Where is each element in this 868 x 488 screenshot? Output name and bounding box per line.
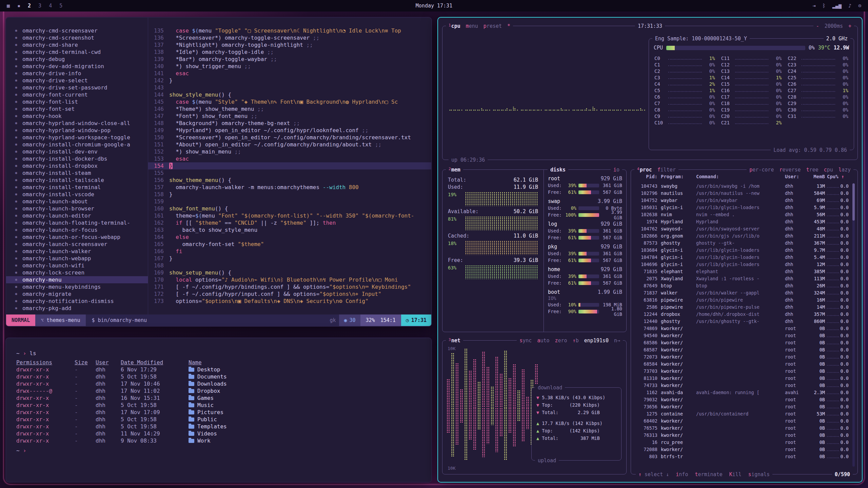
proc-control-reverse[interactable]: reverse xyxy=(779,167,801,173)
scrollbar-thumb[interactable] xyxy=(852,183,855,221)
tree-item[interactable]: ✱omarchy-menu xyxy=(6,276,148,283)
tree-item[interactable]: ✱omarchy-lock-screen xyxy=(6,269,148,276)
col-user[interactable]: User: xyxy=(785,174,804,179)
col-command[interactable]: Command: xyxy=(696,174,785,179)
process-row[interactable]: 87573ghosttyghostty --gtk-dhh367M0.0 xyxy=(636,240,849,247)
tree-item[interactable]: ✱omarchy-font-list xyxy=(6,98,148,105)
process-row[interactable]: 12244dropbox/home/dhh/.dropbox-distdhh35… xyxy=(636,311,849,318)
directory-entry[interactable]: Games xyxy=(189,394,349,402)
tree-item[interactable]: ✱omarchy-hyprland-window-close-all xyxy=(6,120,148,127)
process-row[interactable]: 73656kworker/root0B0.0 xyxy=(636,403,849,410)
net-control-sync[interactable]: sync xyxy=(519,338,532,344)
tree-item[interactable]: ✱omarchy-install-docker-dbs xyxy=(6,155,148,162)
tree-item[interactable]: ✱omarchy-launch-webapp xyxy=(6,255,148,262)
code-editor[interactable]: 135 case $(menu "Toggle" "▢ Screensaver\… xyxy=(148,18,431,314)
workspace-4[interactable]: 4 xyxy=(49,3,52,9)
process-row[interactable]: 104696glycin-i/usr/lib/glycin-loadersdhh… xyxy=(636,261,849,268)
tree-item[interactable]: ✱omarchy-drive-info xyxy=(6,70,148,77)
directory-entry[interactable]: Desktop xyxy=(189,366,349,373)
proc-control-lazy[interactable]: lazy xyxy=(839,167,851,173)
proc-action-terminate[interactable]: terminate xyxy=(695,471,722,477)
process-row[interactable]: 79032kworker/root0B0.0 xyxy=(636,396,849,403)
process-row[interactable]: 72088kworker/root0B0.0 xyxy=(636,446,849,453)
tree-item[interactable]: ✱omarchy-cmd-screenshot xyxy=(6,34,148,41)
process-row[interactable]: 2586pipewire/usr/bin/pipewire-pulsedhh14… xyxy=(636,304,849,311)
process-row[interactable]: 74733kworker/root0B0.0 xyxy=(636,382,849,389)
tree-item[interactable]: ✱omarchy-font-current xyxy=(6,91,148,98)
process-row[interactable]: 68584kworker/root0B0.0 xyxy=(636,361,849,368)
process-row[interactable]: 12440ghostty/usr/bin/ghostty --gtk-dhh86… xyxy=(636,318,849,325)
col-cpu[interactable]: Cpu% ↑ xyxy=(825,174,849,179)
tree-item[interactable]: ✱omarchy-launch-walker xyxy=(6,248,148,255)
tree-item[interactable]: ✱omarchy-launch-wifi xyxy=(6,262,148,269)
col-memb[interactable]: MemB xyxy=(804,174,825,179)
proc-action-select[interactable]: ↑ select ↓ xyxy=(638,471,669,477)
process-row[interactable]: 104752waybar/usr/bin/waybardhh69M0.0 xyxy=(636,197,849,204)
workspace-3[interactable]: 3 xyxy=(38,3,41,9)
process-row[interactable]: 102638nvimnvim --embed .dhh56M0.0 xyxy=(636,211,849,218)
directory-entry[interactable]: Dropbox xyxy=(189,387,349,394)
proc-action-info[interactable]: info xyxy=(676,471,688,477)
volume-icon[interactable]: ♪ xyxy=(848,3,851,9)
tree-item[interactable]: ✱omarchy-launch-or-focus xyxy=(6,226,148,233)
tree-item[interactable]: ✱omarchy-debug xyxy=(6,56,148,63)
terminal-window[interactable]: ~ › ls PermissionsSizeUserDate ModifiedN… xyxy=(5,338,432,483)
tree-item[interactable]: ✱omarchy-drive-set-password xyxy=(6,84,148,91)
process-row[interactable]: 16rcu_preeroot0B0.0 xyxy=(636,439,849,446)
tree-item[interactable]: ✱omarchy-install-tailscale xyxy=(6,177,148,184)
process-row[interactable]: 71837walker/usr/bin/walker --gappldhh324… xyxy=(636,289,849,297)
workspace-app-icon-1[interactable]: ▦ xyxy=(7,3,10,9)
tree-item[interactable]: ✱omarchy-install-terminal xyxy=(6,184,148,191)
process-row[interactable]: 2075XwaylandXwayland :1 -rootless -dhh11… xyxy=(636,275,849,282)
net-control-b[interactable]: ↑b xyxy=(573,338,579,344)
tree-item[interactable]: ✱omarchy-launch-floating-terminal- xyxy=(6,219,148,226)
tree-item[interactable]: ✱omarchy-notification-dismiss xyxy=(6,298,148,305)
directory-entry[interactable]: Public xyxy=(189,416,349,423)
directory-entry[interactable]: Pictures xyxy=(189,409,349,416)
directory-entry[interactable]: Work xyxy=(189,437,349,444)
tree-item[interactable]: ✱omarchy-install-steam xyxy=(6,169,148,177)
process-row[interactable]: 104784glycin-i/usr/lib/glycin-loadersdhh… xyxy=(636,254,849,261)
tree-item[interactable]: ✱omarchy-install-vscode xyxy=(6,191,148,198)
filter-button[interactable]: filter xyxy=(657,167,676,173)
network-signal-icon[interactable]: ▂▄▆ xyxy=(832,3,842,9)
screencast-icon[interactable]: ⇥ xyxy=(813,3,816,9)
tree-item[interactable]: ✱omarchy-pkg-add xyxy=(6,305,148,312)
process-row[interactable]: 81310kworker/root0B0.0 xyxy=(636,375,849,382)
net-control-auto[interactable]: auto xyxy=(537,338,549,344)
process-row[interactable]: 102866org.gnom/usr/bin/gjs /usr/lib/odhh… xyxy=(636,232,849,240)
tree-item[interactable]: ✱omarchy-cmd-terminal-cwd xyxy=(6,48,148,56)
tree-item[interactable]: ✱omarchy-install-dev-env xyxy=(6,148,148,155)
tree-item[interactable]: ✱omarchy-migrate xyxy=(6,290,148,298)
tree-item[interactable]: ✱omarchy-hyprland-window-pop xyxy=(6,127,148,134)
directory-entry[interactable]: Videos xyxy=(189,430,349,437)
process-row[interactable]: 94540kworker/root0B0.0 xyxy=(636,332,849,339)
process-row[interactable]: 68586kworker/root0B0.0 xyxy=(636,339,849,346)
directory-entry[interactable]: Music xyxy=(189,402,349,409)
interval-decrease[interactable]: - xyxy=(816,23,819,29)
process-row[interactable]: 68402kworker/root0B0.0 xyxy=(636,418,849,425)
process-row[interactable]: 73703kworker/root0B0.0 xyxy=(636,368,849,375)
workspace-app-icon-2[interactable]: ▪ xyxy=(17,3,20,9)
preset-star[interactable]: * xyxy=(507,23,510,29)
proc-scrollbar[interactable] xyxy=(852,183,855,467)
process-row[interactable]: 63816pipewire/usr/bin/pipewiredhh16M0.0 xyxy=(636,297,849,304)
tree-item[interactable]: ✱omarchy-dev-add-migration xyxy=(6,63,148,70)
proc-control-cpu[interactable]: cpu xyxy=(824,167,833,173)
process-row[interactable]: 72073kworker/root0B0.0 xyxy=(636,353,849,361)
process-row[interactable]: 1162avahi-daavahi-daemon: running [avahi… xyxy=(636,389,849,396)
net-control-zero[interactable]: zero xyxy=(555,338,567,344)
tree-item[interactable]: ✱omarchy-cmd-share xyxy=(6,41,148,48)
process-row[interactable]: 68587kworker/root0B0.0 xyxy=(636,346,849,353)
tree-item[interactable]: ✱omarchy-font-set xyxy=(6,105,148,113)
tree-item[interactable]: ✱omarchy-cmd-screensaver xyxy=(6,27,148,34)
power-icon[interactable]: ⊙ xyxy=(858,3,861,9)
bluetooth-icon[interactable]: ᛒ xyxy=(823,3,826,9)
process-row[interactable]: 76313kworker/root0B0.0 xyxy=(636,432,849,439)
col-program[interactable]: Program: xyxy=(661,174,696,179)
process-row[interactable]: 104762swayosd-/usr/bin/swayosd-serverdhh… xyxy=(636,225,849,232)
prompt-line[interactable]: ~ › xyxy=(16,447,431,454)
workspace-5[interactable]: 5 xyxy=(59,3,62,9)
tree-item[interactable]: ✱omarchy-launch-editor xyxy=(6,212,148,219)
tree-item[interactable]: ✱omarchy-launch-or-focus-webapp xyxy=(6,233,148,241)
